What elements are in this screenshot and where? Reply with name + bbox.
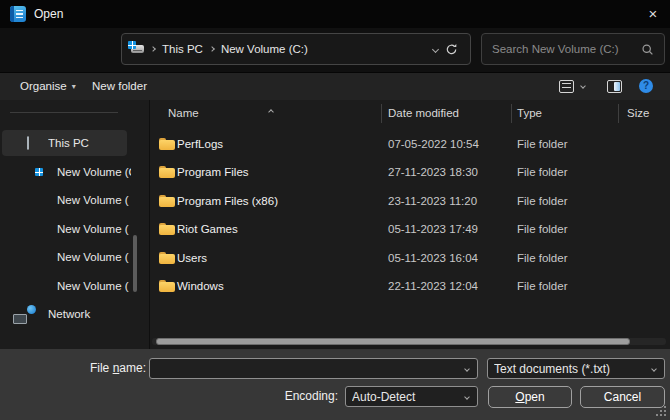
file-date: 05-11-2023 16:04 <box>388 244 478 272</box>
organise-button[interactable]: Organise ▾ <box>10 72 86 100</box>
chevron-down-icon <box>464 394 470 400</box>
sidebar-scrollbar[interactable] <box>133 235 137 292</box>
sidebar-item-new-volume-c[interactable]: New Volume (C:) <box>0 158 149 186</box>
file-name: Windows <box>177 272 224 300</box>
file-date: 05-11-2023 17:49 <box>388 215 478 243</box>
folder-icon <box>159 138 175 150</box>
file-type: File folder <box>517 215 568 243</box>
table-row[interactable]: PerfLogs 07-05-2022 10:54 File folder <box>150 130 670 158</box>
file-type: File folder <box>517 272 568 300</box>
file-date: 27-11-2023 18:30 <box>388 158 478 186</box>
file-name-combo <box>149 358 478 379</box>
breadcrumb-separator-icon <box>150 46 156 52</box>
table-row[interactable]: Users 05-11-2023 16:04 File folder <box>150 244 670 272</box>
table-row[interactable]: Riot Games 05-11-2023 17:49 File folder <box>150 215 670 243</box>
encoding-value: Auto-Detect <box>352 390 465 404</box>
file-date: 23-11-2023 11:20 <box>388 187 477 215</box>
folder-icon <box>159 166 175 178</box>
folder-icon <box>159 195 175 207</box>
help-button[interactable]: ? <box>632 72 660 100</box>
column-divider[interactable] <box>381 104 382 123</box>
file-type-select[interactable]: Text documents (*.txt) <box>487 358 665 379</box>
file-type: File folder <box>517 187 568 215</box>
sidebar-item-label: New Volume ( <box>57 272 131 300</box>
table-row[interactable]: Windows 22-11-2023 12:04 File folder <box>150 272 670 300</box>
close-button[interactable]: × <box>636 0 670 28</box>
sidebar-item-new-volume-2[interactable]: New Volume ( <box>0 186 149 214</box>
file-type-value: Text documents (*.txt) <box>494 362 652 376</box>
change-view-button[interactable] <box>552 72 592 100</box>
breadcrumb[interactable]: This PC New Volume (C:) <box>121 33 471 65</box>
refresh-icon <box>445 43 458 56</box>
window-title: Open <box>34 0 63 28</box>
help-icon: ? <box>639 79 653 93</box>
title-bar: Open × <box>0 0 670 28</box>
open-button[interactable]: Open <box>488 386 572 408</box>
breadcrumb-separator-icon <box>209 46 215 52</box>
file-name: PerfLogs <box>177 130 223 158</box>
refresh-button[interactable] <box>445 43 458 56</box>
notepad-icon <box>10 6 26 22</box>
organise-label: Organise <box>20 80 67 92</box>
sidebar-item-this-pc[interactable]: This PC <box>0 129 149 157</box>
column-divider[interactable] <box>618 104 619 123</box>
address-dropdown-button[interactable] <box>433 47 438 52</box>
new-folder-button[interactable]: New folder <box>80 72 159 100</box>
column-header-size[interactable]: Size <box>627 100 667 127</box>
chevron-down-icon <box>580 83 586 89</box>
dialog-footer: File name: Text documents (*.txt) Encodi… <box>0 349 670 420</box>
file-type: File folder <box>517 158 568 186</box>
column-headers: Name Date modified Type Size <box>150 100 670 127</box>
search-icon <box>641 43 654 56</box>
file-name: Program Files <box>177 158 249 186</box>
sidebar-item-new-volume-4[interactable]: New Volume ( <box>0 243 149 271</box>
chevron-down-icon[interactable] <box>464 366 470 372</box>
command-bar: Organise ▾ New folder ? <box>0 72 670 100</box>
sort-ascending-icon <box>268 109 274 115</box>
windows-flag-icon <box>128 41 136 49</box>
breadcrumb-new-volume-c[interactable]: New Volume (C:) <box>221 43 308 55</box>
close-icon: × <box>649 5 658 22</box>
sidebar-item-label: New Volume (C:) <box>57 158 131 186</box>
sidebar-item-label: This PC <box>48 129 131 157</box>
scrollbar-thumb[interactable] <box>156 338 630 345</box>
details-view-icon <box>559 80 574 93</box>
column-header-date-modified[interactable]: Date modified <box>388 100 508 127</box>
sidebar-item-new-volume-5[interactable]: New Volume ( <box>0 272 149 300</box>
file-date: 07-05-2022 10:54 <box>388 130 479 158</box>
dialog-content: This PC New Volume (C:) New Volume ( New… <box>0 100 670 349</box>
breadcrumb-this-pc[interactable]: This PC <box>162 43 203 55</box>
column-header-name[interactable]: Name <box>168 100 368 127</box>
caret-down-icon: ▾ <box>72 82 76 91</box>
cancel-button[interactable]: Cancel <box>580 386 665 408</box>
table-row[interactable]: Program Files (x86) 23-11-2023 11:20 Fil… <box>150 187 670 215</box>
folder-icon <box>159 280 175 292</box>
column-divider[interactable] <box>511 104 512 123</box>
sidebar-item-label: New Volume ( <box>57 215 131 243</box>
sidebar-separator <box>10 112 118 113</box>
open-file-dialog: Open × ← → ↑ This PC New Volume (C:) Org… <box>0 0 670 420</box>
horizontal-scrollbar[interactable] <box>152 338 666 345</box>
folder-icon <box>159 223 175 235</box>
os-drive-icon <box>131 45 144 53</box>
sidebar-item-network[interactable]: Network <box>0 300 149 328</box>
file-name: Users <box>177 244 207 272</box>
file-name-input[interactable] <box>156 362 465 376</box>
file-name: Program Files (x86) <box>177 187 278 215</box>
encoding-select[interactable]: Auto-Detect <box>345 386 478 407</box>
file-name-label: File name: <box>40 358 146 379</box>
column-header-type[interactable]: Type <box>517 100 607 127</box>
file-type: File folder <box>517 130 568 158</box>
search-input[interactable] <box>492 43 641 55</box>
file-date: 22-11-2023 12:04 <box>388 272 478 300</box>
preview-pane-button[interactable] <box>600 72 628 100</box>
chevron-down-icon <box>432 45 439 52</box>
sidebar-item-label: New Volume ( <box>57 186 131 214</box>
preview-pane-icon <box>607 80 622 93</box>
new-folder-label: New folder <box>92 80 147 92</box>
table-row[interactable]: Program Files 27-11-2023 18:30 File fold… <box>150 158 670 186</box>
navigation-pane: This PC New Volume (C:) New Volume ( New… <box>0 100 150 349</box>
file-list: Name Date modified Type Size PerfLogs 07… <box>150 100 670 349</box>
sidebar-item-new-volume-3[interactable]: New Volume ( <box>0 215 149 243</box>
resize-grip-icon[interactable] <box>654 404 666 416</box>
